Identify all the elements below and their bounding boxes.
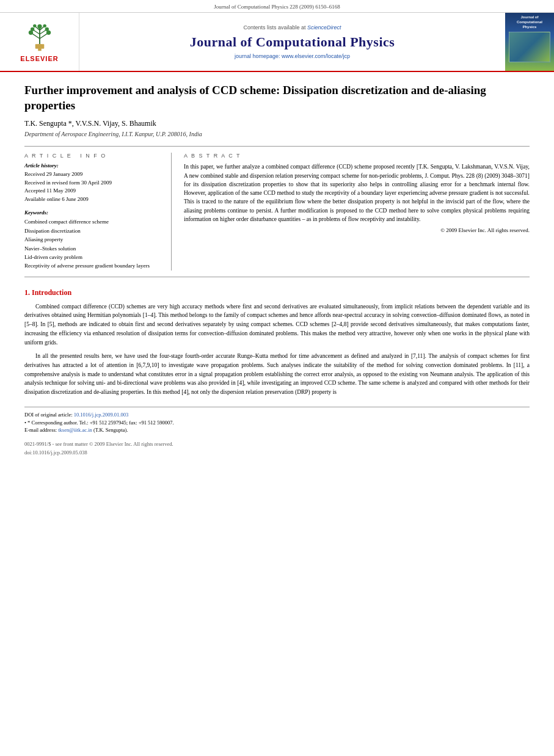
- received-revised-date: Received in revised form 30 April 2009: [24, 179, 159, 187]
- abstract-column: A B S T R A C T In this paper, we furthe…: [184, 153, 530, 270]
- keyword-1: Combined compact difference scheme: [24, 217, 159, 226]
- keyword-4: Navier–Stokes solution: [24, 244, 159, 253]
- main-content: Further improvement and analysis of CCD …: [0, 72, 554, 468]
- history-label: Article history:: [24, 162, 159, 169]
- svg-point-10: [33, 24, 36, 27]
- journal-citation: Journal of Computational Physics 228 (20…: [214, 4, 340, 10]
- article-columns: A R T I C L E I N F O Article history: R…: [24, 153, 530, 270]
- doi-footnote: DOI of original article: 10.1016/j.jcp.2…: [24, 411, 530, 419]
- bottom-bar: 0021-9991/$ - see front matter © 2009 El…: [24, 440, 530, 457]
- article-info-label: A R T I C L E I N F O: [24, 153, 159, 159]
- email-link[interactable]: tksen@iitk.ac.in: [58, 427, 92, 433]
- journal-cover-image: Journal ofComputationalPhysics: [505, 13, 554, 71]
- introduction-section: 1. Introduction Combined compact differe…: [24, 288, 530, 397]
- svg-line-2: [31, 33, 40, 38]
- received-date: Received 29 January 2009: [24, 170, 159, 179]
- corresponding-footnote: • * Corresponding author. Tel.: +91 512 …: [24, 419, 530, 427]
- copyright-line: © 2009 Elsevier Inc. All rights reserved…: [184, 227, 530, 233]
- keywords-label: Keywords:: [24, 209, 159, 216]
- intro-heading: 1. Introduction: [24, 288, 530, 297]
- article-title: Further improvement and analysis of CCD …: [24, 83, 530, 113]
- bottom-left: 0021-9991/$ - see front matter © 2009 El…: [24, 440, 530, 449]
- svg-line-5: [40, 33, 48, 38]
- available-online-date: Available online 6 June 2009: [24, 195, 159, 204]
- svg-point-9: [31, 27, 34, 31]
- journal-info-bar: Journal of Computational Physics 228 (20…: [0, 0, 554, 13]
- affiliation: Department of Aerospace Engineering, I.I…: [24, 131, 530, 137]
- journal-header: ELSEVIER Contents lists available at Sci…: [0, 13, 554, 72]
- keyword-5: Lid-driven cavity problem: [24, 253, 159, 261]
- svg-line-6: [40, 29, 46, 34]
- svg-point-14: [37, 24, 42, 28]
- cover-visual: [509, 32, 550, 62]
- column-divider: [171, 153, 172, 270]
- authors: T.K. Sengupta *, V.V.S.N. Vijay, S. Bhau…: [24, 119, 530, 128]
- divider-1: [24, 146, 530, 147]
- elsevier-label: ELSEVIER: [20, 55, 58, 62]
- article-info-column: A R T I C L E I N F O Article history: R…: [24, 153, 159, 270]
- elsevier-logo-area: ELSEVIER: [0, 13, 79, 71]
- svg-rect-15: [35, 44, 44, 48]
- journal-homepage: journal homepage: www.elsevier.com/locat…: [235, 53, 350, 59]
- keyword-2: Dissipation discretization: [24, 227, 159, 235]
- journal-title-area: Contents lists available at ScienceDirec…: [79, 13, 505, 71]
- email-footnote: E-mail address: tksen@iitk.ac.in (T.K. S…: [24, 426, 530, 434]
- contents-line: Contents lists available at ScienceDirec…: [243, 24, 341, 31]
- accepted-date: Accepted 11 May 2009: [24, 187, 159, 195]
- doi-link[interactable]: 10.1016/j.jcp.2009.01.003: [74, 412, 128, 418]
- sciencedirect-link[interactable]: ScienceDirect: [307, 24, 341, 31]
- svg-line-3: [33, 29, 40, 34]
- footer-area: DOI of original article: 10.1016/j.jcp.2…: [24, 407, 530, 457]
- keyword-6: Receptivity of adverse pressure gradient…: [24, 261, 159, 270]
- page: Journal of Computational Physics 228 (20…: [0, 0, 554, 756]
- abstract-text: In this paper, we further analyze a comb…: [184, 162, 530, 224]
- svg-point-12: [45, 27, 48, 31]
- intro-body: Combined compact difference (CCD) scheme…: [24, 302, 530, 397]
- intro-paragraph-1: Combined compact difference (CCD) scheme…: [24, 302, 530, 347]
- svg-point-13: [43, 24, 46, 27]
- intro-paragraph-2: In all the presented results here, we ha…: [24, 352, 530, 397]
- keyword-3: Aliasing property: [24, 235, 159, 244]
- elsevier-tree-icon: [21, 22, 58, 53]
- journal-main-title: Journal of Computational Physics: [190, 34, 395, 50]
- cover-title-text: Journal ofComputationalPhysics: [517, 15, 542, 29]
- bottom-right: doi:10.1016/j.jcp.2009.05.038: [24, 449, 530, 457]
- abstract-label: A B S T R A C T: [184, 153, 530, 159]
- divider-2: [24, 277, 530, 277]
